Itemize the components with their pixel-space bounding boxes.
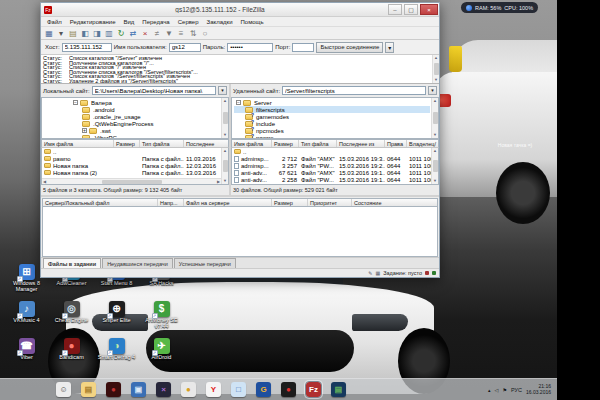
remote-path-combo[interactable] bbox=[282, 86, 426, 95]
username-input[interactable] bbox=[169, 43, 201, 52]
column-header[interactable]: Размер bbox=[272, 140, 299, 147]
queue-column-header[interactable]: Напр... bbox=[158, 199, 184, 206]
scroll-down-icon[interactable]: ▼ bbox=[223, 179, 227, 183]
tree-item[interactable]: ? pawno bbox=[234, 134, 430, 139]
file-row[interactable]: pawno Папка с файл... 11.03.2016 bbox=[42, 155, 221, 162]
desktop-icon-bandicam[interactable]: ● ↗ Bandicam bbox=[49, 338, 94, 375]
scroll-up-icon[interactable]: ▲ bbox=[434, 56, 438, 60]
taskbar-icon-filezilla[interactable]: Fz bbox=[306, 382, 321, 397]
scroll-up-icon[interactable]: ▲ bbox=[223, 149, 227, 153]
remote-path-dropdown[interactable]: ▾ bbox=[428, 86, 437, 95]
scroll-down-icon[interactable]: ▼ bbox=[433, 133, 437, 137]
taskbar-icon-g-app[interactable]: G bbox=[256, 382, 271, 397]
taskbar-icon-window-app[interactable]: □ bbox=[231, 382, 246, 397]
column-header[interactable]: Размер bbox=[114, 140, 140, 147]
port-input[interactable] bbox=[292, 43, 314, 52]
scroll-down-icon[interactable]: ▼ bbox=[433, 179, 437, 183]
quickconnect-button[interactable]: Быстрое соединение bbox=[316, 42, 383, 53]
taskbar-icon-blue-app[interactable]: ▣ bbox=[131, 382, 146, 397]
minimize-button[interactable]: – bbox=[388, 4, 402, 15]
local-list-scrollbar[interactable]: ▲ ▼ bbox=[221, 148, 228, 184]
desktop-icon-vkmusic[interactable]: ♪ ↗ VKMusic 4 bbox=[4, 301, 49, 338]
tree-item[interactable]: .oracle_jre_usage bbox=[44, 113, 220, 120]
site-manager-dropdown-icon[interactable]: ▾ bbox=[56, 28, 66, 39]
file-row[interactable]: .. bbox=[232, 148, 431, 155]
scroll-down-icon[interactable]: ▼ bbox=[223, 133, 227, 137]
site-manager-icon[interactable]: ▦ bbox=[44, 28, 54, 39]
network-icon[interactable]: ⚑ bbox=[502, 387, 506, 393]
tree-item[interactable]: filterscripts bbox=[234, 106, 430, 113]
queue-column-header[interactable]: Файл на сервере bbox=[184, 199, 272, 206]
host-input[interactable] bbox=[62, 43, 112, 52]
tree-item[interactable]: − Валера bbox=[44, 99, 220, 106]
local-list-hscrollbar[interactable]: ◀ ▶ bbox=[42, 178, 221, 184]
file-row[interactable]: .. bbox=[42, 148, 221, 155]
taskbar-icon-color-ball[interactable]: ● bbox=[181, 382, 196, 397]
queue-tab[interactable]: Неудавшиеся передачи bbox=[102, 258, 173, 268]
local-tree-scrollbar[interactable]: ▲ ▼ bbox=[221, 98, 228, 138]
tree-item[interactable]: + .swt bbox=[44, 127, 220, 134]
queue-column-header[interactable]: Приоритет bbox=[308, 199, 352, 206]
taskbar-icon-yandex-browser[interactable]: Y bbox=[206, 382, 221, 397]
maximize-button[interactable]: ▢ bbox=[404, 4, 418, 15]
volume-icon[interactable]: ◁ bbox=[495, 387, 499, 393]
tree-item[interactable]: .android bbox=[44, 106, 220, 113]
file-row[interactable]: anti-adv... 2 258 Файл "PW... 15.03.2016… bbox=[232, 176, 431, 183]
close-button[interactable]: × bbox=[420, 4, 438, 15]
taskbar-icon-dark-red-app[interactable]: ● bbox=[106, 382, 121, 397]
column-header[interactable]: Последнее из bbox=[337, 140, 385, 147]
scroll-thumb[interactable] bbox=[434, 63, 439, 75]
language-indicator[interactable]: РУС bbox=[511, 387, 522, 393]
scroll-thumb[interactable] bbox=[433, 112, 438, 124]
scroll-up-icon[interactable]: ▲ bbox=[433, 149, 437, 153]
column-header[interactable]: Последнее bbox=[184, 140, 228, 147]
filter-icon[interactable]: ▼ bbox=[164, 28, 174, 39]
cancel-icon[interactable]: × bbox=[140, 28, 150, 39]
column-header[interactable]: Имя файла bbox=[42, 140, 114, 147]
column-header[interactable]: Тип файла bbox=[140, 140, 184, 147]
remote-list-scrollbar[interactable]: ▲ ▼ bbox=[431, 148, 438, 184]
scroll-right-icon[interactable]: ▶ bbox=[217, 179, 220, 184]
refresh-icon[interactable]: ↻ bbox=[116, 28, 126, 39]
sync-browse-icon[interactable]: ⇅ bbox=[188, 28, 198, 39]
tree-expander[interactable]: − bbox=[73, 100, 78, 105]
menu-item[interactable]: Редактирование bbox=[66, 19, 120, 25]
local-path-combo[interactable] bbox=[92, 86, 216, 95]
desktop-icon-cheat-engine[interactable]: ◎ ↗ Cheat Engine bbox=[49, 301, 94, 338]
menu-item[interactable]: Файл bbox=[43, 19, 66, 25]
local-path-dropdown[interactable]: ▾ bbox=[218, 86, 227, 95]
queue-column-header[interactable]: Сервер/Локальный файл bbox=[43, 199, 158, 206]
column-header[interactable]: Владелец/ bbox=[407, 140, 438, 147]
scroll-thumb[interactable] bbox=[223, 160, 228, 172]
remote-tree-toggle-icon[interactable]: ◨ bbox=[92, 28, 102, 39]
queue-column-header[interactable]: Размер bbox=[272, 199, 308, 206]
menu-item[interactable]: Передача bbox=[138, 19, 173, 25]
log-scrollbar[interactable]: ▲ ▼ bbox=[432, 55, 439, 83]
menu-item[interactable]: Сервер bbox=[174, 19, 203, 25]
queue-tab[interactable]: Успешные передачи bbox=[174, 258, 236, 268]
column-header[interactable]: Имя файла bbox=[232, 140, 272, 147]
message-log-toggle-icon[interactable]: ▤ bbox=[68, 28, 78, 39]
scroll-up-icon[interactable]: ▲ bbox=[223, 99, 227, 103]
tree-item[interactable]: − Server bbox=[234, 99, 430, 106]
file-row[interactable]: Новая папка Папка с файл... 12.03.2016 bbox=[42, 162, 221, 169]
scroll-thumb[interactable] bbox=[102, 180, 162, 184]
tree-item[interactable]: ? npcmodes bbox=[234, 127, 430, 134]
process-queue-icon[interactable]: ⇄ bbox=[128, 28, 138, 39]
desktop-icon-smart-defrag[interactable]: ◑ ↗ Smart Defrag 4 bbox=[94, 338, 139, 375]
tree-item[interactable]: .QtWebEngineProcess bbox=[44, 120, 220, 127]
scroll-down-icon[interactable]: ▼ bbox=[434, 78, 438, 82]
column-header[interactable]: Права bbox=[385, 140, 407, 147]
tree-item[interactable]: ? include bbox=[234, 120, 430, 127]
desktop-icon-sniper-elite[interactable]: ⊕ ↗ Sniper Elite bbox=[94, 301, 139, 338]
taskbar-icon-anonymous[interactable]: ☺ bbox=[56, 382, 71, 397]
file-row[interactable]: Новая папка (2) Папка с файл... 13.03.20… bbox=[42, 169, 221, 176]
queue-tab[interactable]: Файлы в задании bbox=[43, 258, 101, 268]
find-icon[interactable]: ○ bbox=[200, 28, 210, 39]
local-tree-toggle-icon[interactable]: ◧ bbox=[80, 28, 90, 39]
quickconnect-dropdown[interactable]: ▾ bbox=[385, 42, 394, 53]
file-row[interactable]: adminsp... 2 712 Файл "AMX" 15.03.2016 1… bbox=[232, 155, 431, 162]
taskbar-icon-kmplayer[interactable]: ▤ bbox=[331, 382, 346, 397]
compare-icon[interactable]: ≡ bbox=[176, 28, 186, 39]
taskbar-icon-record-app[interactable]: ● bbox=[281, 382, 296, 397]
